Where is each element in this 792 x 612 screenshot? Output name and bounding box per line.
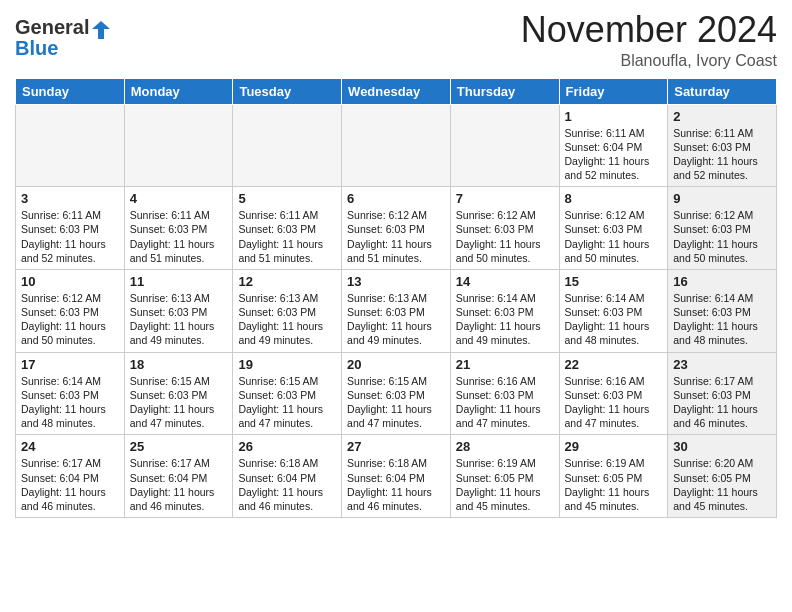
sunset-text: Sunset: 6:03 PM bbox=[21, 222, 119, 236]
day-number: 22 bbox=[565, 357, 663, 372]
sunrise-text: Sunrise: 6:11 AM bbox=[21, 208, 119, 222]
daylight-text: Daylight: 11 hours and 50 minutes. bbox=[21, 319, 119, 347]
daylight-text: Daylight: 11 hours and 48 minutes. bbox=[565, 319, 663, 347]
sunrise-text: Sunrise: 6:12 AM bbox=[456, 208, 554, 222]
daylight-text: Daylight: 11 hours and 46 minutes. bbox=[238, 485, 336, 513]
calendar-cell: 14Sunrise: 6:14 AMSunset: 6:03 PMDayligh… bbox=[450, 269, 559, 352]
day-number: 14 bbox=[456, 274, 554, 289]
day-number: 13 bbox=[347, 274, 445, 289]
calendar-cell: 17Sunrise: 6:14 AMSunset: 6:03 PMDayligh… bbox=[16, 352, 125, 435]
calendar-cell: 27Sunrise: 6:18 AMSunset: 6:04 PMDayligh… bbox=[342, 435, 451, 518]
daylight-text: Daylight: 11 hours and 48 minutes. bbox=[21, 402, 119, 430]
calendar-week-5: 24Sunrise: 6:17 AMSunset: 6:04 PMDayligh… bbox=[16, 435, 777, 518]
day-number: 21 bbox=[456, 357, 554, 372]
calendar-cell: 3Sunrise: 6:11 AMSunset: 6:03 PMDaylight… bbox=[16, 187, 125, 270]
sunset-text: Sunset: 6:05 PM bbox=[456, 471, 554, 485]
sunset-text: Sunset: 6:03 PM bbox=[565, 305, 663, 319]
calendar-cell: 18Sunrise: 6:15 AMSunset: 6:03 PMDayligh… bbox=[124, 352, 233, 435]
calendar-cell: 30Sunrise: 6:20 AMSunset: 6:05 PMDayligh… bbox=[668, 435, 777, 518]
sunrise-text: Sunrise: 6:17 AM bbox=[673, 374, 771, 388]
day-number: 26 bbox=[238, 439, 336, 454]
weekday-header-tuesday: Tuesday bbox=[233, 78, 342, 104]
sunset-text: Sunset: 6:03 PM bbox=[347, 305, 445, 319]
daylight-text: Daylight: 11 hours and 47 minutes. bbox=[456, 402, 554, 430]
sunset-text: Sunset: 6:03 PM bbox=[238, 388, 336, 402]
calendar-week-1: 1Sunrise: 6:11 AMSunset: 6:04 PMDaylight… bbox=[16, 104, 777, 187]
sunset-text: Sunset: 6:03 PM bbox=[456, 388, 554, 402]
daylight-text: Daylight: 11 hours and 52 minutes. bbox=[565, 154, 663, 182]
sunrise-text: Sunrise: 6:19 AM bbox=[565, 456, 663, 470]
sunrise-text: Sunrise: 6:19 AM bbox=[456, 456, 554, 470]
sunset-text: Sunset: 6:03 PM bbox=[673, 222, 771, 236]
weekday-header-friday: Friday bbox=[559, 78, 668, 104]
day-number: 5 bbox=[238, 191, 336, 206]
calendar-cell: 4Sunrise: 6:11 AMSunset: 6:03 PMDaylight… bbox=[124, 187, 233, 270]
calendar-cell: 10Sunrise: 6:12 AMSunset: 6:03 PMDayligh… bbox=[16, 269, 125, 352]
logo-bird-icon bbox=[90, 19, 112, 41]
sunrise-text: Sunrise: 6:14 AM bbox=[673, 291, 771, 305]
calendar-cell bbox=[16, 104, 125, 187]
sunset-text: Sunset: 6:03 PM bbox=[238, 305, 336, 319]
calendar-cell: 28Sunrise: 6:19 AMSunset: 6:05 PMDayligh… bbox=[450, 435, 559, 518]
daylight-text: Daylight: 11 hours and 49 minutes. bbox=[456, 319, 554, 347]
day-number: 11 bbox=[130, 274, 228, 289]
calendar-week-3: 10Sunrise: 6:12 AMSunset: 6:03 PMDayligh… bbox=[16, 269, 777, 352]
daylight-text: Daylight: 11 hours and 50 minutes. bbox=[565, 237, 663, 265]
daylight-text: Daylight: 11 hours and 50 minutes. bbox=[673, 237, 771, 265]
sunset-text: Sunset: 6:04 PM bbox=[238, 471, 336, 485]
sunset-text: Sunset: 6:04 PM bbox=[347, 471, 445, 485]
day-number: 1 bbox=[565, 109, 663, 124]
sunset-text: Sunset: 6:03 PM bbox=[130, 305, 228, 319]
month-title: November 2024 bbox=[521, 10, 777, 50]
sunset-text: Sunset: 6:03 PM bbox=[21, 388, 119, 402]
sunset-text: Sunset: 6:05 PM bbox=[673, 471, 771, 485]
sunrise-text: Sunrise: 6:17 AM bbox=[21, 456, 119, 470]
calendar-table: SundayMondayTuesdayWednesdayThursdayFrid… bbox=[15, 78, 777, 518]
daylight-text: Daylight: 11 hours and 46 minutes. bbox=[347, 485, 445, 513]
weekday-header-thursday: Thursday bbox=[450, 78, 559, 104]
daylight-text: Daylight: 11 hours and 51 minutes. bbox=[130, 237, 228, 265]
calendar-cell: 5Sunrise: 6:11 AMSunset: 6:03 PMDaylight… bbox=[233, 187, 342, 270]
weekday-header-monday: Monday bbox=[124, 78, 233, 104]
daylight-text: Daylight: 11 hours and 45 minutes. bbox=[456, 485, 554, 513]
day-number: 12 bbox=[238, 274, 336, 289]
calendar-cell bbox=[450, 104, 559, 187]
sunrise-text: Sunrise: 6:15 AM bbox=[347, 374, 445, 388]
sunset-text: Sunset: 6:03 PM bbox=[456, 222, 554, 236]
sunset-text: Sunset: 6:03 PM bbox=[565, 388, 663, 402]
sunrise-text: Sunrise: 6:17 AM bbox=[130, 456, 228, 470]
calendar-cell: 2Sunrise: 6:11 AMSunset: 6:03 PMDaylight… bbox=[668, 104, 777, 187]
daylight-text: Daylight: 11 hours and 49 minutes. bbox=[238, 319, 336, 347]
sunrise-text: Sunrise: 6:14 AM bbox=[456, 291, 554, 305]
day-number: 25 bbox=[130, 439, 228, 454]
daylight-text: Daylight: 11 hours and 45 minutes. bbox=[673, 485, 771, 513]
day-number: 19 bbox=[238, 357, 336, 372]
sunrise-text: Sunrise: 6:20 AM bbox=[673, 456, 771, 470]
day-number: 28 bbox=[456, 439, 554, 454]
day-number: 3 bbox=[21, 191, 119, 206]
calendar-header-row: SundayMondayTuesdayWednesdayThursdayFrid… bbox=[16, 78, 777, 104]
daylight-text: Daylight: 11 hours and 47 minutes. bbox=[347, 402, 445, 430]
daylight-text: Daylight: 11 hours and 45 minutes. bbox=[565, 485, 663, 513]
calendar-week-4: 17Sunrise: 6:14 AMSunset: 6:03 PMDayligh… bbox=[16, 352, 777, 435]
sunrise-text: Sunrise: 6:12 AM bbox=[21, 291, 119, 305]
daylight-text: Daylight: 11 hours and 51 minutes. bbox=[238, 237, 336, 265]
calendar-cell bbox=[342, 104, 451, 187]
calendar-cell: 1Sunrise: 6:11 AMSunset: 6:04 PMDaylight… bbox=[559, 104, 668, 187]
sunrise-text: Sunrise: 6:15 AM bbox=[238, 374, 336, 388]
day-number: 8 bbox=[565, 191, 663, 206]
sunrise-text: Sunrise: 6:13 AM bbox=[347, 291, 445, 305]
daylight-text: Daylight: 11 hours and 52 minutes. bbox=[673, 154, 771, 182]
sunrise-text: Sunrise: 6:12 AM bbox=[673, 208, 771, 222]
daylight-text: Daylight: 11 hours and 47 minutes. bbox=[565, 402, 663, 430]
day-number: 15 bbox=[565, 274, 663, 289]
day-number: 10 bbox=[21, 274, 119, 289]
calendar-cell: 23Sunrise: 6:17 AMSunset: 6:03 PMDayligh… bbox=[668, 352, 777, 435]
sunrise-text: Sunrise: 6:13 AM bbox=[130, 291, 228, 305]
daylight-text: Daylight: 11 hours and 46 minutes. bbox=[21, 485, 119, 513]
sunset-text: Sunset: 6:03 PM bbox=[347, 388, 445, 402]
day-number: 27 bbox=[347, 439, 445, 454]
sunrise-text: Sunrise: 6:14 AM bbox=[21, 374, 119, 388]
daylight-text: Daylight: 11 hours and 49 minutes. bbox=[130, 319, 228, 347]
page: General Blue November 2024 Blanoufla, Iv… bbox=[0, 0, 792, 533]
